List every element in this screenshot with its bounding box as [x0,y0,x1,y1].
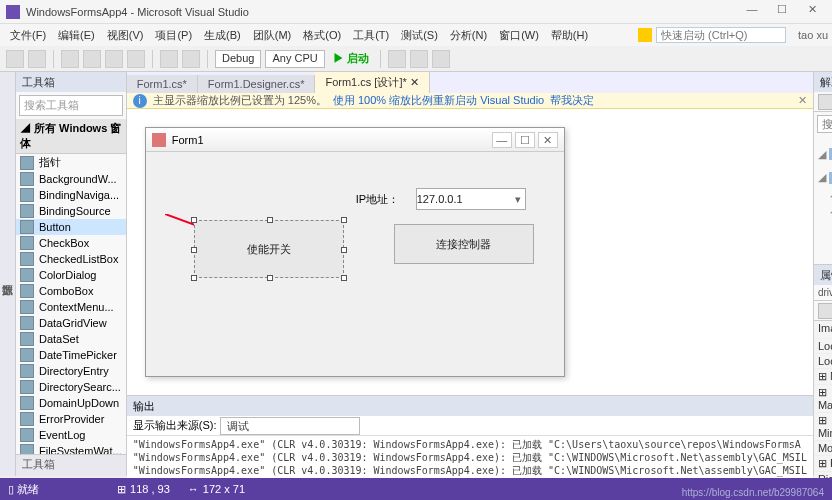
toolbox-group[interactable]: ◢ 所有 Windows 窗体 [16,119,126,154]
design-surface[interactable]: Form1 — ☐ ✕ IP地址： 127.0.0.1▾ 使能开关 [127,109,813,395]
toolbox-item[interactable]: BindingNaviga... [16,187,126,203]
info-restart-link[interactable]: 使用 100% 缩放比例重新启动 Visual Studio [333,93,544,108]
tree-node[interactable]: ◢引用 [818,200,832,217]
tool-icon[interactable] [388,50,406,68]
solex-home-icon[interactable] [818,94,832,110]
undo-icon[interactable] [160,50,178,68]
menu-item[interactable]: 视图(V) [101,26,150,45]
user-name[interactable]: tao xu [798,29,828,41]
redo-icon[interactable] [182,50,200,68]
tree-node[interactable]: ◢WindowsFormsApp4 [818,170,832,185]
toolbox-item[interactable]: Button [16,219,126,235]
app-icon [6,5,20,19]
form-window[interactable]: Form1 — ☐ ✕ IP地址： 127.0.0.1▾ 使能开关 [145,127,565,377]
toolbox-item[interactable]: ColorDialog [16,267,126,283]
tool-icon[interactable] [410,50,428,68]
close-button[interactable]: ✕ [798,3,826,21]
new-icon[interactable] [61,50,79,68]
left-spine-datasource[interactable]: 数据源 [0,72,16,476]
toolbox-item[interactable]: DirectorySearc... [16,379,126,395]
toolbox-item[interactable]: CheckBox [16,235,126,251]
tree-node[interactable]: Mycontrol [818,248,832,262]
menu-item[interactable]: 项目(P) [149,26,198,45]
form-max-icon: ☐ [515,132,535,148]
property-row[interactable]: LockedFalse [814,354,832,369]
toolbox-pane: 工具箱 搜索工具箱 ◢ 所有 Windows 窗体 指针BackgroundW.… [16,72,127,476]
property-row[interactable]: ⊞ Padding0, 0, 0, 0 [814,456,832,472]
toolbox-item[interactable]: ComboBox [16,283,126,299]
form-icon [152,133,166,147]
tool-icon[interactable] [432,50,450,68]
menu-item[interactable]: 编辑(E) [52,26,101,45]
toolbox-item[interactable]: CheckedListBox [16,251,126,267]
toolbox-item[interactable]: ErrorProvider [16,411,126,427]
saveall-icon[interactable] [127,50,145,68]
doc-tab[interactable]: Form1.cs* [127,75,198,93]
minimize-button[interactable]: — [738,3,766,21]
toolbox-item[interactable]: DataGridView [16,315,126,331]
flag-icon[interactable] [638,28,652,42]
toolbox-item[interactable]: DirectoryEntry [16,363,126,379]
toolbox-item[interactable]: FileSystemWat... [16,443,126,454]
quick-launch-input[interactable] [656,27,786,43]
property-row[interactable]: ImageList(无) [814,321,832,339]
control-icon [20,284,34,298]
start-button[interactable]: ▶ 启动 [329,51,373,66]
menu-item[interactable]: 帮助(H) [545,26,594,45]
maximize-button[interactable]: ☐ [768,3,796,21]
toolbox-bottom-tab[interactable]: 工具箱 [16,454,126,476]
output-body[interactable]: "WindowsFormsApp4.exe" (CLR v4.0.30319: … [127,436,813,480]
toolbox-item[interactable]: EventLog [16,427,126,443]
nav-back-icon[interactable] [6,50,24,68]
control-icon [20,444,34,454]
control-icon [20,252,34,266]
props-selector[interactable]: drive_switch System.Windows.Forms.L [814,285,832,301]
toolbox-item[interactable]: DomainUpDown [16,395,126,411]
tree-node[interactable]: ◢Properties [818,185,832,200]
info-help-link[interactable]: 帮我决定 [550,93,594,108]
open-icon[interactable] [83,50,101,68]
output-from-combo[interactable]: 调试 [220,417,360,435]
menu-item[interactable]: 团队(M) [247,26,298,45]
property-row[interactable]: ModifiersPrivate [814,441,832,456]
control-icon [20,236,34,250]
save-icon[interactable] [105,50,123,68]
toolbox-item[interactable]: DateTimePicker [16,347,126,363]
ip-combo[interactable]: 127.0.0.1▾ [416,188,526,210]
tree-node[interactable]: 分析器 [818,217,832,234]
info-bar: i 主显示器缩放比例已设置为 125%。 使用 100% 缩放比例重新启动 Vi… [127,93,813,109]
menu-item[interactable]: 分析(N) [444,26,493,45]
property-row[interactable]: ⊞ MaximumSize0, 0 [814,385,832,413]
connect-button[interactable]: 连接控制器 [394,224,534,264]
property-row[interactable]: ⊞ MinimumSize0, 0 [814,413,832,441]
drive-switch-button[interactable]: 使能开关 [194,220,344,278]
menu-item[interactable]: 窗口(W) [493,26,545,45]
menu-item[interactable]: 工具(T) [347,26,395,45]
toolbox-item[interactable]: BackgroundW... [16,171,126,187]
toolbox-item[interactable]: DataSet [16,331,126,347]
property-row[interactable]: Location118, 93 [814,339,832,354]
menu-item[interactable]: 文件(F) [4,26,52,45]
platform-combo[interactable]: Any CPU [265,50,324,68]
menu-item[interactable]: 生成(B) [198,26,247,45]
doc-tab[interactable]: Form1.cs [设计]* ✕ [315,72,429,93]
output-from-label: 显示输出来源(S): [133,418,217,433]
property-row[interactable]: ⊞ Margin3, 3, 3, 3 [814,369,832,385]
control-icon [20,380,34,394]
infobar-close-icon[interactable]: ✕ [798,94,807,107]
doc-tab[interactable]: Form1.Designer.cs* [198,75,316,93]
tree-node[interactable]: ◢解决方案"WindowsFormsApp4"(1 [818,138,832,170]
document-tabs: Form1.cs*Form1.Designer.cs*Form1.cs [设计]… [127,72,813,93]
tree-node[interactable]: Microsoft.CSharp [818,234,832,248]
toolbox-item[interactable]: BindingSource [16,203,126,219]
control-icon [20,156,34,170]
toolbox-item[interactable]: ContextMenu... [16,299,126,315]
toolbox-search[interactable]: 搜索工具箱 [19,95,123,116]
menu-item[interactable]: 测试(S) [395,26,444,45]
categorize-icon[interactable] [818,303,832,319]
menu-item[interactable]: 格式(O) [297,26,347,45]
nav-fwd-icon[interactable] [28,50,46,68]
toolbox-item[interactable]: 指针 [16,154,126,171]
solex-search[interactable] [817,115,832,133]
config-combo[interactable]: Debug [215,50,261,68]
